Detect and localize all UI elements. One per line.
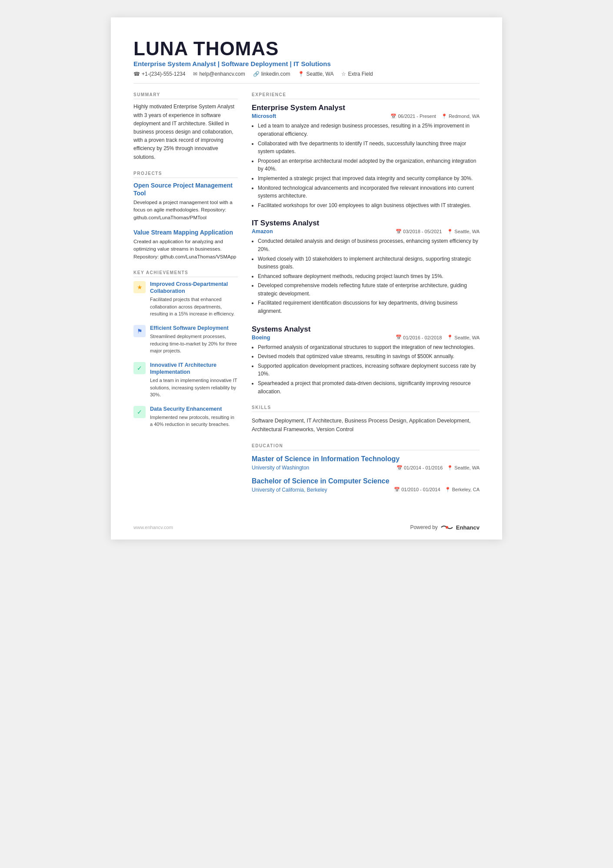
bullet-1-5: Monitored technological advancements and… bbox=[258, 184, 480, 200]
achievement-desc-4: Implemented new protocols, resulting in … bbox=[150, 414, 238, 428]
right-column: EXPERIENCE Enterprise System Analyst Mic… bbox=[252, 92, 480, 499]
summary-text: Highly motivated Enterprise System Analy… bbox=[133, 103, 238, 161]
enhancv-logo-icon bbox=[440, 524, 453, 531]
bullet-3-3: Supported application development practi… bbox=[258, 362, 480, 378]
job-bullets-2: Conducted detailed analysis and design o… bbox=[252, 237, 480, 315]
bullet-1-4: Implemented a strategic project that imp… bbox=[258, 174, 480, 183]
star-icon: ☆ bbox=[341, 71, 346, 77]
achievement-item-4: ✓ Data Security Enhancement Implemented … bbox=[133, 406, 238, 428]
project-title-1: Open Source Project Management Tool bbox=[133, 181, 238, 197]
resume-page: LUNA THOMAS Enterprise System Analyst | … bbox=[111, 17, 502, 540]
bullet-2-5: Facilitated requirement identification d… bbox=[258, 299, 480, 315]
bullet-2-3: Enhanced software deployment methods, re… bbox=[258, 272, 480, 281]
calendar-icon-2: 📅 bbox=[396, 229, 402, 235]
achievements-label: KEY ACHIEVEMENTS bbox=[133, 270, 238, 277]
location-icon-2: 📍 bbox=[447, 229, 453, 235]
bullet-3-4: Spearheaded a project that promoted data… bbox=[258, 379, 480, 395]
calendar-icon-1: 📅 bbox=[390, 114, 396, 119]
edu-2: Bachelor of Science in Computer Science … bbox=[252, 477, 480, 493]
job-location-3: 📍 Seattle, WA bbox=[447, 335, 480, 340]
edu-degree-2: Bachelor of Science in Computer Science bbox=[252, 477, 480, 486]
phone-icon: ☎ bbox=[133, 71, 140, 77]
job-location-2: 📍 Seattle, WA bbox=[447, 229, 480, 235]
job-dates-2: 📅 03/2018 - 05/2021 bbox=[396, 229, 442, 235]
linkedin-icon: 🔗 bbox=[253, 71, 260, 77]
edu-institution-1: University of Washington bbox=[252, 465, 309, 471]
candidate-name: LUNA THOMAS bbox=[133, 38, 480, 59]
contact-email: ✉ help@enhancv.com bbox=[193, 71, 245, 77]
job-dates-1: 📅 06/2021 - Present bbox=[390, 114, 436, 119]
footer: www.enhancv.com Powered by Enhancv bbox=[133, 524, 480, 531]
left-column: SUMMARY Highly motivated Enterprise Syst… bbox=[133, 92, 238, 499]
achievement-title-4: Data Security Enhancement bbox=[150, 406, 238, 412]
achievement-item-2: ⚑ Efficient Software Deployment Streamli… bbox=[133, 325, 238, 355]
achievement-icon-check-2: ✓ bbox=[133, 406, 146, 418]
project-desc-2: Created an application for analyzing and… bbox=[133, 238, 238, 261]
contact-phone: ☎ +1-(234)-555-1234 bbox=[133, 71, 185, 77]
achievement-title-2: Efficient Software Deployment bbox=[150, 325, 238, 332]
job-company-2: Amazon bbox=[252, 228, 273, 235]
job-3: Systems Analyst Boeing 📅 01/2016 - 02/20… bbox=[252, 325, 480, 396]
achievement-desc-2: Streamlined deployment processes, reduci… bbox=[150, 333, 238, 355]
achievement-item-3: ✓ Innovative IT Architecture Implementat… bbox=[133, 362, 238, 399]
achievement-icon-check-1: ✓ bbox=[133, 362, 146, 374]
job-title-1: Enterprise System Analyst bbox=[252, 104, 480, 112]
achievement-icon-star: ★ bbox=[133, 281, 146, 293]
achievement-item-1: ★ Improved Cross-Departmental Collaborat… bbox=[133, 281, 238, 318]
projects-label: PROJECTS bbox=[133, 171, 238, 178]
project-item-1: Open Source Project Management Tool Deve… bbox=[133, 181, 238, 221]
job-location-1: 📍 Redmond, WA bbox=[441, 114, 480, 119]
edu-degree-1: Master of Science in Information Technol… bbox=[252, 455, 480, 464]
bullet-3-1: Performed analysis of organizational str… bbox=[258, 343, 480, 352]
achievement-title-1: Improved Cross-Departmental Collaboratio… bbox=[150, 281, 238, 295]
location-icon: 📍 bbox=[298, 71, 304, 77]
bullet-1-1: Led a team to analyze and redesign busin… bbox=[258, 122, 480, 138]
bullet-1-3: Proposed an enterprise architectural mod… bbox=[258, 157, 480, 173]
email-icon: ✉ bbox=[193, 71, 197, 77]
body-row: SUMMARY Highly motivated Enterprise Syst… bbox=[133, 92, 480, 499]
edu-dates-1: 📅 01/2014 - 01/2016 bbox=[396, 465, 443, 471]
edu-institution-2: University of California, Berkeley bbox=[252, 487, 327, 493]
footer-powered-by: Powered by bbox=[410, 524, 437, 530]
job-title-3: Systems Analyst bbox=[252, 325, 480, 334]
edu-dates-2: 📅 01/2010 - 01/2014 bbox=[394, 487, 440, 493]
location-icon-3: 📍 bbox=[447, 335, 453, 340]
job-2: IT Systems Analyst Amazon 📅 03/2018 - 05… bbox=[252, 219, 480, 315]
contact-extra: ☆ Extra Field bbox=[341, 71, 373, 77]
job-company-1: Microsoft bbox=[252, 113, 276, 119]
footer-website: www.enhancv.com bbox=[133, 525, 173, 530]
skills-label: SKILLS bbox=[252, 405, 480, 412]
svg-point-0 bbox=[446, 526, 448, 529]
job-bullets-3: Performed analysis of organizational str… bbox=[252, 343, 480, 396]
skills-text: Software Deployment, IT Architecture, Bu… bbox=[252, 416, 480, 434]
education-label: EDUCATION bbox=[252, 443, 480, 450]
job-title-2: IT Systems Analyst bbox=[252, 219, 480, 228]
experience-label: EXPERIENCE bbox=[252, 92, 480, 99]
contact-location: 📍 Seattle, WA bbox=[298, 71, 333, 77]
job-company-3: Boeing bbox=[252, 335, 270, 341]
edu-1: Master of Science in Information Technol… bbox=[252, 455, 480, 471]
achievement-icon-flag: ⚑ bbox=[133, 325, 146, 337]
edu-location-1: 📍 Seattle, WA bbox=[447, 465, 480, 471]
location-icon-1: 📍 bbox=[441, 114, 447, 119]
project-item-2: Value Stream Mapping Application Created… bbox=[133, 228, 238, 261]
footer-brand: Enhancv bbox=[456, 524, 480, 531]
job-bullets-1: Led a team to analyze and redesign busin… bbox=[252, 122, 480, 209]
bullet-1-2: Collaborated with five departments to id… bbox=[258, 140, 480, 156]
bullet-3-2: Devised models that optimized value stre… bbox=[258, 352, 480, 361]
bullet-2-4: Developed comprehensive models reflectin… bbox=[258, 282, 480, 298]
calendar-icon-edu-1: 📅 bbox=[396, 465, 403, 470]
location-icon-edu-2: 📍 bbox=[445, 487, 451, 492]
candidate-title: Enterprise System Analyst | Software Dep… bbox=[133, 60, 480, 67]
job-1: Enterprise System Analyst Microsoft 📅 06… bbox=[252, 104, 480, 209]
calendar-icon-3: 📅 bbox=[396, 335, 402, 340]
job-dates-3: 📅 01/2016 - 02/2018 bbox=[396, 335, 442, 340]
achievement-desc-1: Facilitated projects that enhanced colla… bbox=[150, 296, 238, 318]
contact-linkedin: 🔗 linkedin.com bbox=[253, 71, 290, 77]
project-desc-1: Developed a project management tool with… bbox=[133, 199, 238, 221]
edu-location-2: 📍 Berkeley, CA bbox=[445, 487, 480, 493]
contact-row: ☎ +1-(234)-555-1234 ✉ help@enhancv.com 🔗… bbox=[133, 71, 480, 77]
achievement-title-3: Innovative IT Architecture Implementatio… bbox=[150, 362, 238, 376]
header-section: LUNA THOMAS Enterprise System Analyst | … bbox=[133, 38, 480, 84]
bullet-1-6: Facilitated workshops for over 100 emplo… bbox=[258, 201, 480, 210]
